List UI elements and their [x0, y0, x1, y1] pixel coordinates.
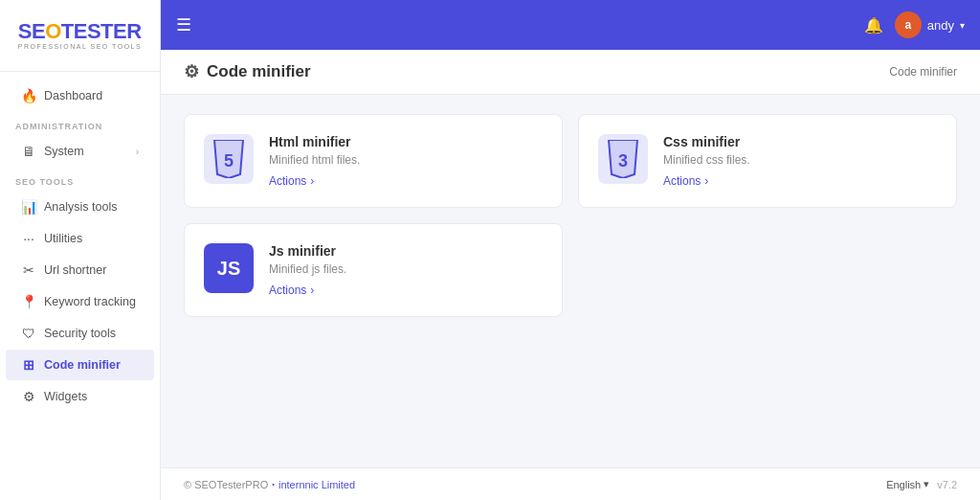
sidebar-item-analysis-label: Analysis tools — [44, 200, 117, 214]
sidebar-item-security[interactable]: 🛡 Security tools — [6, 318, 154, 349]
css3-shield-icon: 3 — [606, 140, 640, 178]
code-minifier-icon: ⊞ — [21, 357, 36, 373]
sidebar-item-code-minifier-label: Code minifier — [44, 358, 121, 372]
js-minifier-desc: Minified js files. — [269, 262, 543, 276]
js-badge-icon: JS — [212, 251, 246, 285]
user-menu[interactable]: a andy ▾ — [895, 11, 965, 38]
language-selector[interactable]: English ▾ — [886, 478, 929, 490]
url-shortner-icon: ✂ — [21, 262, 36, 278]
html5-shield-icon: 5 — [212, 140, 246, 178]
sidebar-item-utilities[interactable]: ··· Utilities — [6, 223, 154, 254]
hamburger-button[interactable]: ☰ — [176, 14, 191, 35]
system-icon: 🖥 — [21, 144, 36, 159]
security-icon: 🛡 — [21, 326, 36, 341]
sidebar-item-keyword[interactable]: 📍 Keyword tracking — [6, 286, 154, 317]
user-dropdown-caret-icon: ▾ — [960, 20, 965, 31]
dashboard-icon: 🔥 — [21, 88, 36, 103]
sidebar-item-analysis[interactable]: 📊 Analysis tools — [6, 192, 154, 222]
language-caret-icon: ▾ — [924, 478, 929, 490]
logo-sub: PROFESSIONAL SEO TOOLS — [18, 43, 142, 50]
js-actions-chevron-icon: › — [310, 284, 314, 297]
page-body: 5 Html minifier Minified html files. Act… — [161, 95, 980, 467]
js-minifier-card[interactable]: JS Js minifier Minified js files. Action… — [184, 223, 563, 317]
utilities-icon: ··· — [21, 231, 36, 246]
js-icon-wrap: JS — [204, 243, 254, 293]
sidebar-item-widgets-label: Widgets — [44, 390, 87, 403]
logo-text: SEOTESTER — [18, 21, 142, 42]
footer: © SEOTesterPRO • internnic Limited Engli… — [161, 467, 980, 500]
sidebar-item-url-shortner-label: Url shortner — [44, 263, 106, 277]
actions-chevron-icon: › — [310, 174, 314, 188]
username-label: andy — [927, 18, 954, 33]
html-minifier-card[interactable]: 5 Html minifier Minified html files. Act… — [184, 114, 563, 208]
sidebar-item-widgets[interactable]: ⚙ Widgets — [6, 381, 154, 412]
sidebar-item-system[interactable]: 🖥 System › — [6, 136, 154, 167]
sidebar-item-code-minifier[interactable]: ⊞ Code minifier — [6, 350, 154, 380]
sidebar: SEOTESTER PROFESSIONAL SEO TOOLS 🔥 Dashb… — [0, 0, 161, 500]
svg-text:3: 3 — [618, 151, 628, 170]
js-minifier-content: Js minifier Minified js files. Actions › — [269, 243, 543, 297]
topbar: ☰ 🔔 a andy ▾ — [161, 0, 980, 50]
css-minifier-title: Css minifier — [663, 134, 937, 149]
analysis-icon: 📊 — [21, 199, 36, 215]
sidebar-item-security-label: Security tools — [44, 327, 116, 340]
page-title-text: Code minifier — [207, 62, 311, 81]
sidebar-item-url-shortner[interactable]: ✂ Url shortner — [6, 255, 154, 285]
page-title-icon: ⚙ — [184, 61, 199, 82]
footer-dot: • — [272, 480, 275, 489]
page-title: ⚙ Code minifier — [184, 61, 311, 82]
sidebar-item-dashboard-label: Dashboard — [44, 89, 102, 102]
breadcrumb: Code minifier — [889, 65, 957, 79]
css-minifier-content: Css minifier Minified css files. Actions… — [663, 134, 937, 188]
page-header: ⚙ Code minifier Code minifier — [161, 50, 980, 95]
css-minifier-actions-link[interactable]: Actions › — [663, 174, 937, 188]
content-area: ⚙ Code minifier Code minifier 5 — [161, 50, 980, 500]
css-minifier-desc: Minified css files. — [663, 153, 937, 167]
css-actions-chevron-icon: › — [704, 174, 708, 188]
js-minifier-actions-link[interactable]: Actions › — [269, 284, 543, 297]
language-label: English — [886, 479, 921, 490]
js-minifier-title: Js minifier — [269, 243, 543, 259]
widgets-icon: ⚙ — [21, 389, 36, 404]
sidebar-item-utilities-label: Utilities — [44, 232, 82, 245]
main-area: ☰ 🔔 a andy ▾ ⚙ Code minifier Code minifi… — [161, 0, 980, 500]
footer-right: English ▾ v7.2 — [886, 478, 957, 490]
footer-left: © SEOTesterPRO • internnic Limited — [184, 479, 355, 490]
avatar: a — [895, 11, 922, 38]
cards-grid: 5 Html minifier Minified html files. Act… — [184, 114, 957, 317]
bell-icon[interactable]: 🔔 — [864, 16, 883, 34]
sidebar-nav: 🔥 Dashboard ADMINISTRATION 🖥 System › SE… — [0, 72, 160, 500]
html-minifier-content: Html minifier Minified html files. Actio… — [269, 134, 543, 188]
html-minifier-actions-link[interactable]: Actions › — [269, 174, 543, 188]
logo-area: SEOTESTER PROFESSIONAL SEO TOOLS — [0, 0, 160, 72]
sidebar-item-system-label: System — [44, 145, 84, 158]
admin-section-label: ADMINISTRATION — [0, 112, 160, 135]
html-minifier-desc: Minified html files. — [269, 153, 543, 167]
html-minifier-title: Html minifier — [269, 134, 543, 149]
css-icon-wrap: 3 — [598, 134, 648, 184]
sidebar-item-keyword-label: Keyword tracking — [44, 295, 136, 308]
sidebar-item-dashboard[interactable]: 🔥 Dashboard — [6, 80, 154, 111]
logo: SEOTESTER PROFESSIONAL SEO TOOLS — [18, 21, 142, 50]
footer-company-link[interactable]: internnic Limited — [278, 479, 355, 490]
footer-copyright: © SEOTesterPRO — [184, 479, 268, 490]
css-minifier-card[interactable]: 3 Css minifier Minified css files. Actio… — [578, 114, 957, 208]
seo-section-label: SEO TOOLS — [0, 168, 160, 191]
html-icon-wrap: 5 — [204, 134, 254, 184]
version-label: v7.2 — [937, 479, 957, 490]
system-chevron-icon: › — [136, 147, 139, 157]
keyword-icon: 📍 — [21, 294, 36, 309]
svg-text:5: 5 — [224, 151, 234, 170]
